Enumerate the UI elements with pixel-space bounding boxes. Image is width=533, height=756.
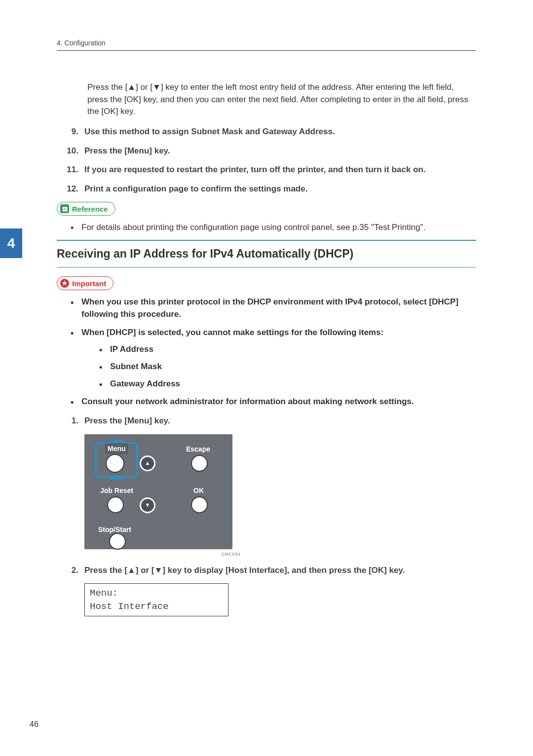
chapter-label: 4. Configuration xyxy=(57,39,106,47)
step-text: Press the [Menu] key. xyxy=(84,145,476,157)
lcd-line-1: Menu: xyxy=(90,587,223,600)
reference-bullets: For details about printing the configura… xyxy=(71,222,476,234)
important-label-box: ★ Important xyxy=(57,276,476,290)
important-label-text: Important xyxy=(72,278,106,289)
list-icon: ▤ xyxy=(60,204,69,213)
important-bullet-3: Consult your network administrator for i… xyxy=(71,396,476,408)
section-rule-bottom xyxy=(57,267,476,267)
panel-escape-label: Escape xyxy=(186,444,210,454)
step-1: 1. Press the [Menu] key. xyxy=(57,415,476,427)
step-text: Press the [Menu] key. xyxy=(84,415,476,427)
reference-pill: ▤ Reference xyxy=(57,202,115,216)
panel-ok-label: OK xyxy=(193,486,204,495)
down-arrow-button-icon: ▼ xyxy=(140,497,155,513)
figure-id: CMC034 xyxy=(84,551,240,558)
lcd-line-2: Host Interface xyxy=(90,600,223,613)
menu-button-icon xyxy=(106,454,124,473)
reference-bullet: For details about printing the configura… xyxy=(71,222,476,234)
important-bullets: When you use this printer protocol in th… xyxy=(71,296,476,408)
step-number: 2. xyxy=(57,565,84,577)
step-number: 12. xyxy=(57,183,84,195)
control-panel-figure: Menu Escape Job Reset OK Stop/Start ▲ ▼ … xyxy=(84,434,476,558)
sub-bullet-ip: IP Address xyxy=(99,343,476,356)
step-text: If you are requested to restart the prin… xyxy=(84,164,476,176)
panel-menu-label: Menu xyxy=(105,443,128,454)
important-bullet-2: When [DHCP] is selected, you cannot make… xyxy=(71,327,476,390)
step-number: 1. xyxy=(57,415,84,427)
side-tab: 4 xyxy=(0,228,22,258)
section-title-wrap: Receiving an IP Address for IPv4 Automat… xyxy=(57,240,476,267)
important-bullet-1: When you use this printer protocol in th… xyxy=(71,296,476,320)
steps-upper: 9. Use this method to assign Subnet Mask… xyxy=(57,126,476,195)
important-sub-bullets: IP Address Subnet Mask Gateway Address xyxy=(99,343,476,390)
sub-bullet-gateway: Gateway Address xyxy=(99,378,476,390)
step-text: Use this method to assign Subnet Mask an… xyxy=(84,126,476,138)
step-11: 11. If you are requested to restart the … xyxy=(57,164,476,176)
escape-button-icon xyxy=(191,455,208,472)
stopstart-button-icon xyxy=(109,533,126,550)
step-number: 11. xyxy=(57,164,84,176)
step-10: 10. Press the [Menu] key. xyxy=(57,145,476,157)
step-12: 12. Print a configuration page to confir… xyxy=(57,183,476,195)
ok-button-icon xyxy=(191,496,208,513)
step-text: Print a configuration page to confirm th… xyxy=(84,183,476,195)
panel-jobreset-label: Job Reset xyxy=(100,486,133,495)
jobreset-button-icon xyxy=(107,496,124,513)
control-panel: Menu Escape Job Reset OK Stop/Start ▲ ▼ xyxy=(84,434,232,549)
reference-label-text: Reference xyxy=(72,204,108,215)
intro-paragraph: Press the [▲] or [▼] key to enter the le… xyxy=(87,81,476,118)
important-pill: ★ Important xyxy=(57,276,114,290)
content: Press the [▲] or [▼] key to enter the le… xyxy=(57,81,476,616)
step-9: 9. Use this method to assign Subnet Mask… xyxy=(57,126,476,138)
star-icon: ★ xyxy=(60,279,69,288)
up-arrow-button-icon: ▲ xyxy=(140,455,155,471)
sub-bullet-subnet: Subnet Mask xyxy=(99,361,476,373)
step-number: 9. xyxy=(57,126,84,138)
reference-label-box: ▤ Reference xyxy=(57,202,476,216)
steps-lower-2: 2. Press the [▲] or [▼] key to display [… xyxy=(57,565,476,577)
page-number: 46 xyxy=(30,720,38,729)
header-rule xyxy=(57,50,476,51)
step-text: Press the [▲] or [▼] key to display [Hos… xyxy=(84,565,476,577)
section-rule-top xyxy=(57,240,476,241)
steps-lower: 1. Press the [Menu] key. xyxy=(57,415,476,427)
lcd-display: Menu: Host Interface xyxy=(84,583,228,616)
step-2: 2. Press the [▲] or [▼] key to display [… xyxy=(57,565,476,577)
section-title: Receiving an IP Address for IPv4 Automat… xyxy=(57,246,476,262)
step-number: 10. xyxy=(57,145,84,157)
page-header: 4. Configuration xyxy=(57,38,476,51)
important-bullet-2-text: When [DHCP] is selected, you cannot make… xyxy=(81,328,383,337)
